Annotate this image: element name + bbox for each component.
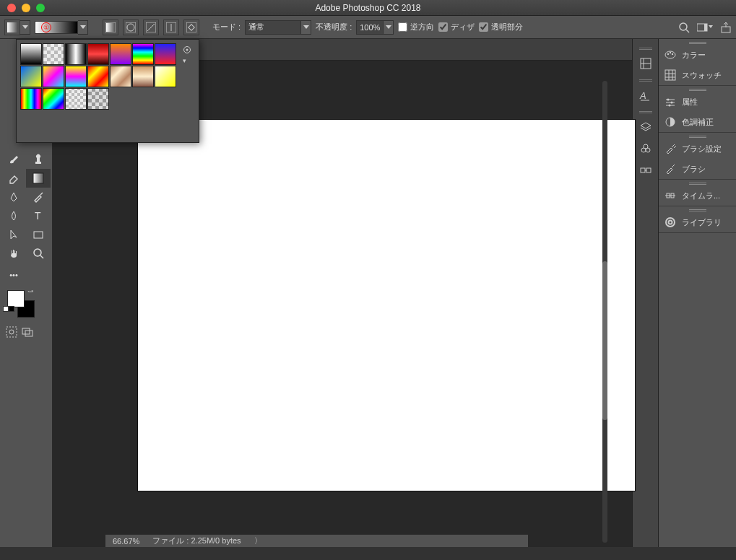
svg-point-59	[186, 49, 189, 51]
dock-handle[interactable]	[638, 110, 654, 113]
dither-checkbox[interactable]: ディザ	[438, 22, 475, 32]
eraser-tool[interactable]	[1, 169, 26, 188]
gradient-swatch[interactable]	[65, 43, 87, 65]
more-tools[interactable]: •••	[1, 266, 26, 284]
gradient-picker-flyout: ▾	[16, 39, 199, 143]
panel-brush-settings[interactable]: ブラシ設定	[659, 139, 736, 159]
tool-preset-dropdown[interactable]	[4, 19, 30, 35]
pen-tool[interactable]	[1, 188, 26, 206]
panel-timeline[interactable]: タイムラ...	[659, 185, 736, 206]
svg-rect-23	[25, 331, 33, 336]
gradient-swatch[interactable]	[65, 66, 87, 87]
default-colors-icon[interactable]	[3, 306, 14, 312]
panel-adjustments[interactable]: 色調補正	[659, 112, 736, 132]
gradient-swatch[interactable]	[43, 66, 64, 87]
gradient-swatch[interactable]	[155, 66, 176, 87]
quick-mask-icon[interactable]	[6, 326, 17, 338]
panel-properties[interactable]: 属性	[659, 92, 736, 112]
gradient-swatch[interactable]	[132, 43, 154, 65]
character-dock-icon[interactable]: A	[636, 85, 656, 105]
scrollbar-thumb[interactable]	[602, 261, 607, 420]
options-bar: ① モード : 通常 不透明度 : 100% 逆方向 ディザ 透明部分	[0, 16, 736, 39]
radial-gradient-button[interactable]	[123, 19, 139, 35]
panel-handle[interactable]	[659, 180, 736, 185]
app-title: Adobe Photoshop CC 2018	[0, 3, 736, 13]
chevron-right-icon[interactable]: 〉	[254, 535, 262, 546]
path-select-tool[interactable]	[1, 225, 26, 244]
zoom-level[interactable]: 66.67%	[113, 537, 139, 546]
vertical-scrollbar[interactable]	[602, 81, 607, 543]
gradient-swatch[interactable]	[20, 43, 42, 65]
gradient-swatch[interactable]	[20, 66, 42, 87]
share-icon[interactable]	[720, 22, 732, 33]
gradient-swatch[interactable]	[43, 43, 64, 65]
brush-tool[interactable]	[1, 150, 26, 169]
chevron-down-icon	[78, 20, 88, 35]
reflected-gradient-button[interactable]	[163, 19, 179, 35]
panel-handle[interactable]	[659, 206, 736, 212]
swap-colors-icon[interactable]: ⤻	[27, 287, 33, 295]
panel-handle[interactable]	[659, 86, 736, 92]
opacity-field[interactable]: 100%	[356, 20, 394, 35]
panel-brushes[interactable]: ブラシ	[659, 159, 736, 179]
gradient-swatch[interactable]	[87, 88, 109, 110]
gradient-swatch[interactable]	[110, 66, 131, 87]
panel-handle[interactable]	[659, 133, 736, 139]
gradient-swatch[interactable]	[110, 43, 131, 65]
statusbar: 66.67% ファイル : 2.25M/0 bytes 〉	[105, 534, 528, 547]
linear-gradient-button[interactable]	[103, 19, 118, 35]
hand-tool[interactable]	[1, 244, 26, 263]
panel-libraries[interactable]: ライブラリ	[659, 212, 736, 232]
gradient-tool[interactable]	[26, 169, 51, 188]
zoom-tool[interactable]	[26, 244, 51, 263]
gradient-swatch[interactable]	[43, 88, 64, 110]
svg-point-57	[669, 221, 672, 224]
gradient-swatch[interactable]	[132, 66, 154, 87]
paths-dock-icon[interactable]	[636, 160, 656, 180]
angle-gradient-button[interactable]	[143, 19, 159, 35]
foreground-color[interactable]	[7, 290, 25, 307]
rectangle-tool[interactable]	[26, 225, 51, 244]
svg-rect-0	[7, 22, 17, 32]
gradient-swatch[interactable]	[87, 43, 109, 65]
file-info[interactable]: ファイル : 2.25M/0 bytes	[152, 535, 241, 546]
right-panels: カラー スウォッチ 属性 色調補正 ブラシ設定 ブラシ タイムラ... ライブラ…	[658, 39, 736, 547]
svg-rect-14	[722, 27, 730, 32]
stamp-tool[interactable]	[26, 150, 51, 169]
gradient-swatch[interactable]	[20, 88, 42, 110]
eyedropper-tool[interactable]	[26, 188, 51, 206]
panel-handle[interactable]	[659, 39, 736, 45]
svg-rect-20	[7, 327, 17, 337]
panel-swatches[interactable]: スウォッチ	[659, 65, 736, 85]
gear-icon[interactable]: ▾	[183, 45, 193, 64]
channels-dock-icon[interactable]	[636, 139, 656, 159]
history-dock-icon[interactable]	[636, 53, 656, 74]
svg-point-38	[672, 53, 673, 55]
svg-line-11	[686, 30, 689, 32]
layers-dock-icon[interactable]	[636, 117, 656, 137]
dock-handle[interactable]	[638, 78, 654, 81]
reverse-checkbox[interactable]: 逆方向	[398, 22, 434, 32]
diamond-gradient-button[interactable]	[183, 19, 199, 35]
svg-rect-13	[704, 24, 707, 31]
blend-mode-select[interactable]: 通常	[245, 20, 311, 35]
dock-handle[interactable]	[638, 46, 654, 49]
gradient-tool-icon	[4, 19, 20, 35]
gradient-picker-dropdown[interactable]: ①	[35, 20, 88, 35]
svg-rect-2	[106, 23, 115, 32]
gradient-swatch[interactable]	[65, 88, 87, 110]
screen-mode-icon[interactable]	[22, 326, 33, 338]
workspace-menu[interactable]	[697, 22, 713, 32]
canvas[interactable]	[138, 120, 635, 491]
opacity-label: 不透明度 :	[316, 22, 352, 32]
panel-color[interactable]: カラー	[659, 45, 736, 65]
svg-line-19	[40, 255, 43, 258]
gradient-swatch[interactable]	[87, 66, 109, 87]
search-icon[interactable]	[678, 22, 690, 33]
svg-point-56	[666, 218, 675, 227]
blur-tool[interactable]	[1, 206, 26, 225]
annotation-marker: ①	[41, 22, 51, 32]
transparency-checkbox[interactable]: 透明部分	[479, 22, 523, 32]
type-tool[interactable]: T	[26, 206, 51, 225]
gradient-swatch[interactable]	[155, 43, 176, 65]
